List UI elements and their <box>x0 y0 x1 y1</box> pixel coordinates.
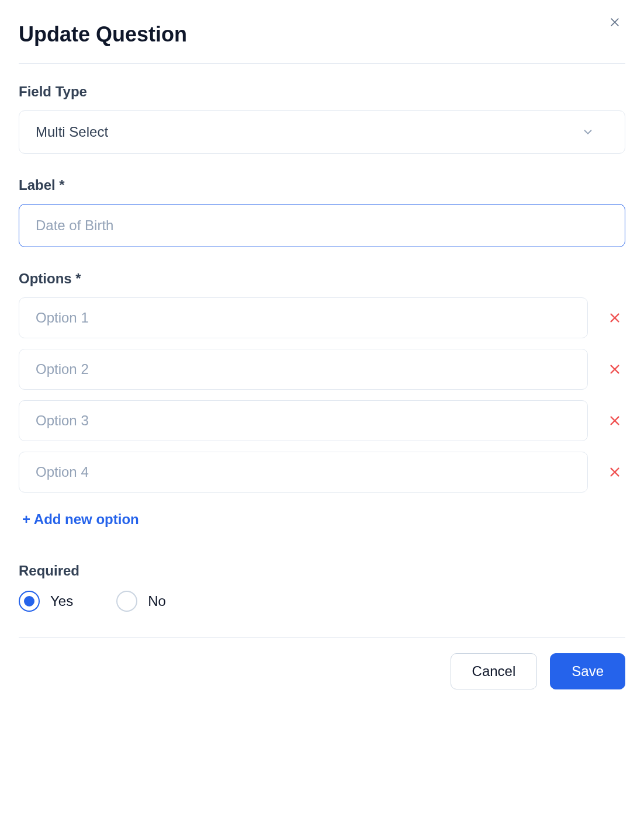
remove-option-button[interactable] <box>604 410 625 431</box>
required-yes-radio[interactable]: Yes <box>19 591 73 612</box>
option-input-2[interactable] <box>19 349 588 390</box>
options-list <box>19 297 625 493</box>
option-row <box>19 297 625 338</box>
required-radio-group: Yes No <box>19 591 625 612</box>
radio-unselected-icon <box>116 591 137 612</box>
remove-option-button[interactable] <box>604 359 625 380</box>
option-input-1[interactable] <box>19 297 588 338</box>
option-row <box>19 400 625 441</box>
required-label: Required <box>19 563 625 579</box>
chevron-down-icon <box>581 126 594 138</box>
options-label: Options * <box>19 271 625 287</box>
option-input-3[interactable] <box>19 400 588 441</box>
remove-option-button[interactable] <box>604 307 625 328</box>
close-icon <box>609 16 621 28</box>
close-icon <box>608 414 621 427</box>
option-row <box>19 349 625 390</box>
remove-option-button[interactable] <box>604 462 625 483</box>
field-type-value: Multi Select <box>36 124 108 140</box>
add-new-option-label: + Add new option <box>22 511 139 528</box>
option-input-4[interactable] <box>19 452 588 493</box>
divider <box>19 63 625 64</box>
label-field-label: Label * <box>19 177 625 193</box>
radio-selected-icon <box>19 591 40 612</box>
close-icon <box>608 363 621 376</box>
modal-title: Update Question <box>19 22 625 47</box>
required-no-radio[interactable]: No <box>116 591 166 612</box>
label-input[interactable] <box>19 204 625 247</box>
radio-label-no: No <box>148 593 166 609</box>
save-button[interactable]: Save <box>550 653 625 689</box>
update-question-modal: Update Question Field Type Multi Select … <box>0 0 644 708</box>
close-button[interactable] <box>607 14 623 30</box>
modal-footer: Cancel Save <box>19 637 625 689</box>
add-new-option-button[interactable]: + Add new option <box>19 503 143 529</box>
option-row <box>19 452 625 493</box>
cancel-button[interactable]: Cancel <box>451 653 538 689</box>
close-icon <box>608 466 621 479</box>
field-type-select[interactable]: Multi Select <box>19 110 625 154</box>
field-type-label: Field Type <box>19 84 625 100</box>
close-icon <box>608 311 621 324</box>
radio-label-yes: Yes <box>50 593 73 609</box>
